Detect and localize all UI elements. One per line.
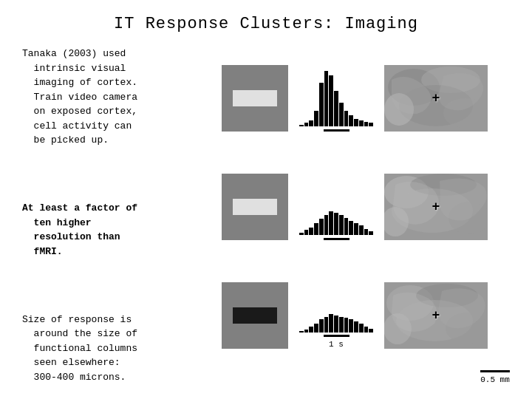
brain-image-2: +: [384, 174, 488, 240]
bar: [349, 115, 353, 127]
bar: [369, 231, 373, 235]
text-block-2: At least a factor of ten higher resoluti…: [22, 201, 214, 259]
bar: [339, 317, 344, 332]
plus-sign-2: +: [432, 200, 440, 214]
bar: [364, 327, 369, 332]
bar: [304, 123, 309, 126]
bar: [309, 327, 313, 332]
bar: [299, 233, 304, 235]
bar: [324, 317, 329, 332]
bar: [344, 318, 349, 332]
visual-row-2: +: [222, 155, 510, 259]
bar: [334, 316, 338, 332]
bar: [334, 213, 338, 235]
bar: [349, 319, 353, 332]
gray-square-1: [222, 65, 288, 132]
text-column: Tanaka (2003) used intrinsic visual imag…: [22, 47, 222, 384]
bar: [344, 111, 349, 127]
inner-rect-2: [233, 199, 277, 215]
bar: [334, 91, 338, 126]
brain-image-1: +: [384, 65, 488, 132]
bar: [369, 329, 373, 332]
rows-area: +: [222, 47, 510, 367]
bar: [369, 123, 373, 126]
page: IT Response Clusters: Imaging Tanaka (20…: [0, 0, 532, 399]
histogram-bars-3: [299, 282, 373, 332]
plus-sign-1: +: [432, 91, 440, 106]
inner-rect-3: [233, 307, 277, 324]
bar: [359, 225, 364, 235]
visual-section: +: [222, 47, 510, 384]
bottom-scale-area: 0.5 mm: [222, 367, 510, 384]
bar: [304, 230, 309, 235]
bar: [299, 125, 304, 126]
scale-bar-1: [324, 129, 349, 132]
histogram-2: [296, 174, 377, 240]
text-block-1: Tanaka (2003) used intrinsic visual imag…: [22, 47, 214, 148]
bar: [329, 75, 333, 127]
content-area: Tanaka (2003) used intrinsic visual imag…: [22, 47, 510, 384]
bar: [314, 223, 318, 235]
bar: [309, 120, 313, 126]
bar: [304, 330, 309, 332]
bar: [329, 314, 333, 332]
bar: [324, 215, 329, 235]
plus-sign-3: +: [432, 308, 440, 323]
bar: [354, 119, 358, 127]
distance-scale-bar: [480, 370, 510, 372]
brain-image-3: +: [384, 282, 488, 349]
distance-label: 0.5 mm: [480, 375, 510, 384]
visual-row-3: 1 s: [222, 263, 510, 367]
visual-row-1: +: [222, 47, 510, 151]
gray-square-2: [222, 174, 288, 240]
scale-bar-2: [324, 238, 349, 240]
histogram-bars-1: [299, 71, 373, 126]
time-label: 1 s: [329, 340, 344, 349]
bar: [329, 211, 333, 235]
bar: [319, 319, 324, 332]
bar: [309, 228, 313, 236]
gray-square-3: [222, 282, 288, 349]
bar: [349, 221, 353, 236]
histogram-3: 1 s: [296, 282, 377, 349]
bar: [314, 111, 318, 127]
bar: [319, 219, 324, 235]
bar: [344, 218, 349, 235]
bar: [339, 215, 344, 235]
distance-scale: 0.5 mm: [480, 370, 510, 384]
bar: [364, 122, 369, 127]
inner-rect-1: [233, 90, 277, 106]
bar: [359, 120, 364, 126]
histogram-1: [296, 65, 377, 132]
bar: [339, 103, 344, 126]
page-title: IT Response Clusters: Imaging: [22, 15, 510, 33]
time-scale-bar: [324, 335, 349, 337]
bar: [299, 331, 304, 332]
bar: [314, 324, 318, 332]
bar: [354, 223, 358, 235]
bar: [364, 229, 369, 235]
text-block-3: Size of response is around the size of f…: [22, 313, 214, 385]
bar: [354, 321, 358, 332]
bar: [319, 83, 324, 126]
bar: [324, 71, 329, 126]
bar: [359, 324, 364, 332]
histogram-bars-2: [299, 180, 373, 235]
